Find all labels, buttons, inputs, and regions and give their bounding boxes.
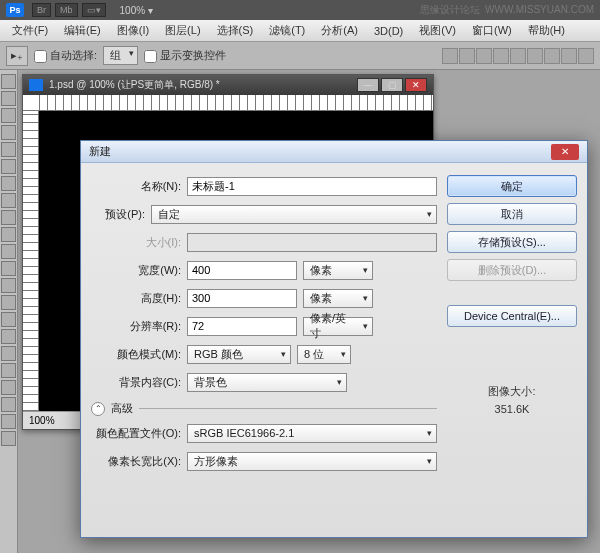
tool-eraser[interactable] — [1, 244, 16, 259]
tool-type[interactable] — [1, 329, 16, 344]
dialog-title: 新建 — [89, 144, 111, 159]
align-icon[interactable] — [561, 48, 577, 64]
tool-history[interactable] — [1, 227, 16, 242]
tool-brush[interactable] — [1, 193, 16, 208]
tool-heal[interactable] — [1, 176, 16, 191]
ps-logo: Ps — [6, 3, 24, 17]
mini-bridge-button[interactable]: Mb — [55, 3, 78, 17]
menu-help[interactable]: 帮助(H) — [520, 23, 573, 38]
preset-label: 预设(P): — [91, 207, 151, 222]
width-input[interactable] — [187, 261, 297, 280]
advanced-toggle[interactable]: ⌃ — [91, 402, 105, 416]
background-select[interactable]: 背景色 — [187, 373, 347, 392]
size-label: 大小(I): — [91, 235, 187, 250]
preset-select[interactable]: 自定 — [151, 205, 437, 224]
toolbox — [0, 70, 18, 553]
height-input[interactable] — [187, 289, 297, 308]
ruler-vertical — [23, 111, 39, 411]
document-titlebar[interactable]: 1.psd @ 100% (让PS更简单, RGB/8) * ― ▢ ✕ — [23, 75, 433, 95]
name-label: 名称(N): — [91, 179, 187, 194]
tool-crop[interactable] — [1, 142, 16, 157]
color-profile-label: 颜色配置文件(O): — [91, 426, 187, 441]
ruler-horizontal — [23, 95, 433, 111]
showtransform-checkbox[interactable]: 显示变换控件 — [144, 48, 226, 63]
bit-depth-select[interactable]: 8 位 — [297, 345, 351, 364]
resolution-label: 分辨率(R): — [91, 319, 187, 334]
align-icon[interactable] — [442, 48, 458, 64]
tool-shape[interactable] — [1, 363, 16, 378]
screen-mode-button[interactable]: ▭▾ — [82, 3, 106, 17]
align-icons — [442, 48, 594, 64]
tool-path[interactable] — [1, 346, 16, 361]
delete-preset-button: 删除预设(D)... — [447, 259, 577, 281]
resolution-unit-select[interactable]: 像素/英寸 — [303, 317, 373, 336]
tool-move[interactable] — [1, 74, 16, 89]
size-input — [187, 233, 437, 252]
height-label: 高度(H): — [91, 291, 187, 306]
menu-3d[interactable]: 3D(D) — [366, 25, 411, 37]
pixel-aspect-select[interactable]: 方形像素 — [187, 452, 437, 471]
align-icon[interactable] — [476, 48, 492, 64]
dialog-close-button[interactable]: ✕ — [551, 144, 579, 160]
divider — [139, 408, 437, 409]
minimize-button[interactable]: ― — [357, 78, 379, 92]
tool-3d[interactable] — [1, 380, 16, 395]
align-icon[interactable] — [510, 48, 526, 64]
align-icon[interactable] — [527, 48, 543, 64]
close-button[interactable]: ✕ — [405, 78, 427, 92]
align-icon[interactable] — [459, 48, 475, 64]
cancel-button[interactable]: 取消 — [447, 203, 577, 225]
bridge-button[interactable]: Br — [32, 3, 51, 17]
tool-gradient[interactable] — [1, 261, 16, 276]
width-unit-select[interactable]: 像素 — [303, 261, 373, 280]
zoom-level[interactable]: 100% ▾ — [120, 5, 153, 16]
maximize-button[interactable]: ▢ — [381, 78, 403, 92]
align-icon[interactable] — [493, 48, 509, 64]
image-size-value: 351.6K — [447, 401, 577, 419]
dialog-titlebar[interactable]: 新建 ✕ — [81, 141, 587, 163]
tool-dodge[interactable] — [1, 295, 16, 310]
tool-hand[interactable] — [1, 397, 16, 412]
menu-image[interactable]: 图像(I) — [109, 23, 157, 38]
height-unit-select[interactable]: 像素 — [303, 289, 373, 308]
menu-analysis[interactable]: 分析(A) — [313, 23, 366, 38]
color-mode-label: 颜色模式(M): — [91, 347, 187, 362]
menu-edit[interactable]: 编辑(E) — [56, 23, 109, 38]
tool-wand[interactable] — [1, 125, 16, 140]
save-preset-button[interactable]: 存储预设(S)... — [447, 231, 577, 253]
pixel-aspect-label: 像素长宽比(X): — [91, 454, 187, 469]
menu-file[interactable]: 文件(F) — [4, 23, 56, 38]
color-profile-select[interactable]: sRGB IEC61966-2.1 — [187, 424, 437, 443]
width-label: 宽度(W): — [91, 263, 187, 278]
tool-lasso[interactable] — [1, 108, 16, 123]
tool-marquee[interactable] — [1, 91, 16, 106]
autoselect-checkbox[interactable]: 自动选择: — [34, 48, 97, 63]
align-icon[interactable] — [578, 48, 594, 64]
document-title: 1.psd @ 100% (让PS更简单, RGB/8) * — [49, 78, 220, 92]
tool-stamp[interactable] — [1, 210, 16, 225]
tool-color[interactable] — [1, 431, 16, 446]
autoselect-combo[interactable]: 组 — [103, 46, 138, 65]
menu-select[interactable]: 选择(S) — [209, 23, 262, 38]
menu-window[interactable]: 窗口(W) — [464, 23, 520, 38]
color-mode-select[interactable]: RGB 颜色 — [187, 345, 291, 364]
resolution-input[interactable] — [187, 317, 297, 336]
tool-zoom[interactable] — [1, 414, 16, 429]
device-central-button[interactable]: Device Central(E)... — [447, 305, 577, 327]
background-label: 背景内容(C): — [91, 375, 187, 390]
ok-button[interactable]: 确定 — [447, 175, 577, 197]
tool-blur[interactable] — [1, 278, 16, 293]
advanced-label: 高级 — [111, 401, 133, 416]
name-input[interactable] — [187, 177, 437, 196]
options-bar: ▸₊ 自动选择: 组 显示变换控件 — [0, 42, 600, 70]
move-tool-icon[interactable]: ▸₊ — [6, 46, 28, 66]
menu-filter[interactable]: 滤镜(T) — [261, 23, 313, 38]
tool-pen[interactable] — [1, 312, 16, 327]
menu-layer[interactable]: 图层(L) — [157, 23, 208, 38]
watermark: 思缘设计论坛 WWW.MISSYUAN.COM — [420, 3, 594, 17]
ps-small-icon — [29, 79, 43, 91]
new-document-dialog: 新建 ✕ 名称(N): 预设(P): 自定 大小(I): 宽度(W): 像素 — [80, 140, 588, 538]
menu-view[interactable]: 视图(V) — [411, 23, 464, 38]
align-icon[interactable] — [544, 48, 560, 64]
tool-eyedropper[interactable] — [1, 159, 16, 174]
